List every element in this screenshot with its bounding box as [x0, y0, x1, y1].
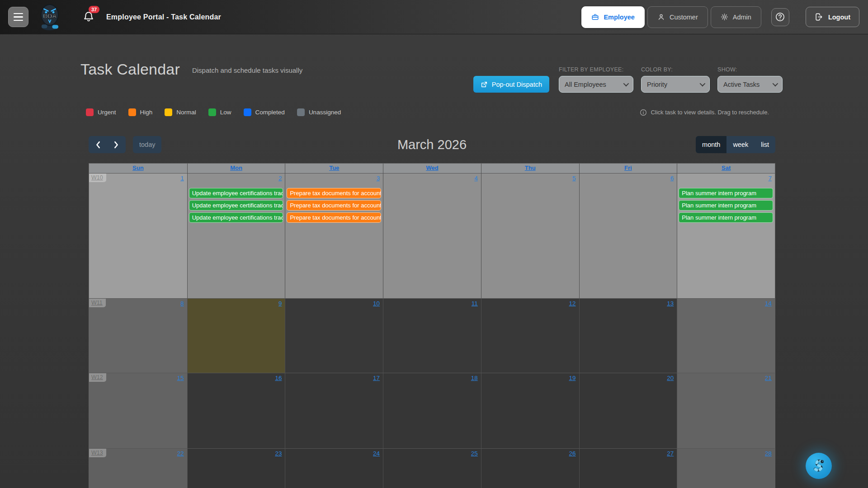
day-header-mon[interactable]: Mon — [187, 164, 285, 173]
popout-dispatch-button[interactable]: Pop-out Dispatch — [473, 76, 549, 93]
day-number-link[interactable]: 20 — [667, 375, 674, 381]
day-cell-11[interactable]: 11 — [383, 298, 481, 373]
filter-select[interactable]: Priority — [641, 76, 710, 93]
day-number-link[interactable]: 24 — [373, 450, 380, 457]
day-number-link[interactable]: 25 — [471, 450, 478, 457]
app-title: Employee Portal - Task Calendar — [106, 13, 221, 21]
day-cell-6[interactable]: 6 — [579, 173, 677, 298]
day-cell-27[interactable]: 27 — [579, 448, 677, 488]
filter-select[interactable]: All Employees — [559, 76, 633, 93]
day-cell-12[interactable]: 12 — [481, 298, 579, 373]
task-chip[interactable]: Update employee certifications tracker — [189, 212, 283, 223]
day-number-link[interactable]: 19 — [569, 375, 576, 381]
day-cell-4[interactable]: 4 — [383, 173, 481, 298]
day-cell-23[interactable]: 23 — [187, 448, 285, 488]
day-cell-28[interactable]: 28 — [677, 448, 775, 488]
legend-item-urgent: Urgent — [86, 108, 116, 116]
day-number-link[interactable]: 21 — [765, 375, 772, 381]
task-chip[interactable]: Update employee certifications tracker — [189, 188, 283, 198]
day-cell-7[interactable]: 7Plan summer intern programPlan summer i… — [677, 173, 775, 298]
today-button[interactable]: today — [133, 136, 161, 153]
day-number-link[interactable]: 4 — [474, 175, 478, 182]
day-number-link[interactable]: 15 — [177, 375, 184, 381]
day-number-link[interactable]: 26 — [569, 450, 576, 457]
view-button-month[interactable]: month — [696, 136, 726, 153]
day-number-link[interactable]: 6 — [670, 175, 674, 182]
day-cell-25[interactable]: 25 — [383, 448, 481, 488]
day-number-link[interactable]: 23 — [275, 450, 282, 457]
day-cell-16[interactable]: 16 — [187, 373, 285, 448]
notifications-bell[interactable]: 37 — [83, 10, 95, 24]
logout-button[interactable]: Logout — [806, 7, 859, 27]
prev-month-button[interactable] — [89, 136, 107, 153]
view-button-week[interactable]: week — [726, 136, 755, 153]
day-number-link[interactable]: 3 — [377, 175, 380, 182]
task-chip[interactable]: Plan summer intern program — [679, 212, 773, 223]
week-number-link[interactable]: W11 — [89, 299, 106, 307]
day-cell-18[interactable]: 18 — [383, 373, 481, 448]
day-number-link[interactable]: 1 — [180, 175, 184, 182]
day-cell-14[interactable]: 14 — [677, 298, 775, 373]
day-number-link[interactable]: 10 — [373, 300, 380, 307]
task-chip[interactable]: Update employee certifications tracker — [189, 200, 283, 211]
task-chip[interactable]: Prepare tax documents for accountant — [287, 188, 381, 198]
legend-label: Normal — [176, 109, 196, 116]
role-button-admin[interactable]: Admin — [711, 6, 761, 28]
task-chip[interactable]: Plan summer intern program — [679, 200, 773, 211]
day-cell-24[interactable]: 24 — [285, 448, 383, 488]
day-number-link[interactable]: 18 — [471, 375, 478, 381]
day-number-link[interactable]: 12 — [569, 300, 576, 307]
day-number-link[interactable]: 27 — [667, 450, 674, 457]
day-number-link[interactable]: 5 — [572, 175, 576, 182]
day-cell-20[interactable]: 20 — [579, 373, 677, 448]
day-header-tue[interactable]: Tue — [285, 164, 383, 173]
usage-hint: Click task to view details. Drag to resc… — [640, 109, 769, 116]
snake-icon — [811, 458, 827, 474]
day-number-link[interactable]: 17 — [373, 375, 380, 381]
day-cell-5[interactable]: 5 — [481, 173, 579, 298]
day-cell-13[interactable]: 13 — [579, 298, 677, 373]
week-number-link[interactable]: W13 — [89, 449, 106, 457]
help-button[interactable] — [771, 8, 789, 26]
day-number-link[interactable]: 14 — [765, 300, 772, 307]
day-cell-1[interactable]: W101 — [89, 173, 187, 298]
chevron-down-icon — [623, 81, 629, 87]
day-number-link[interactable]: 8 — [180, 300, 184, 307]
day-cell-10[interactable]: 10 — [285, 298, 383, 373]
day-header-wed[interactable]: Wed — [383, 164, 481, 173]
day-number-link[interactable]: 2 — [278, 175, 282, 182]
day-header-thu[interactable]: Thu — [481, 164, 579, 173]
day-number-link[interactable]: 28 — [765, 450, 772, 457]
day-number-link[interactable]: 11 — [472, 300, 478, 307]
role-button-employee[interactable]: Employee — [581, 6, 645, 28]
role-button-customer[interactable]: Customer — [647, 6, 708, 28]
day-cell-26[interactable]: 26 — [481, 448, 579, 488]
day-header-fri[interactable]: Fri — [579, 164, 677, 173]
chat-assistant-button[interactable] — [806, 453, 832, 479]
day-cell-22[interactable]: W1322 — [89, 448, 187, 488]
day-cell-3[interactable]: 3Prepare tax documents for accountantPre… — [285, 173, 383, 298]
view-button-list[interactable]: list — [755, 136, 775, 153]
next-month-button[interactable] — [107, 136, 126, 153]
week-number-link[interactable]: W12 — [89, 373, 106, 382]
day-cell-21[interactable]: 21 — [677, 373, 775, 448]
day-cell-15[interactable]: W1215 — [89, 373, 187, 448]
menu-button[interactable] — [8, 7, 28, 27]
task-chip[interactable]: Prepare tax documents for accountant — [287, 212, 381, 223]
filter-select[interactable]: Active Tasks — [717, 76, 783, 93]
day-cell-2[interactable]: 2Update employee certifications trackerU… — [187, 173, 285, 298]
day-cell-19[interactable]: 19 — [481, 373, 579, 448]
day-number-link[interactable]: 16 — [275, 375, 282, 381]
day-number-link[interactable]: 13 — [667, 300, 674, 307]
task-chip[interactable]: Prepare tax documents for accountant — [287, 200, 381, 211]
day-header-sat[interactable]: Sat — [677, 164, 775, 173]
day-cell-17[interactable]: 17 — [285, 373, 383, 448]
week-number-link[interactable]: W10 — [89, 174, 106, 182]
day-cell-8[interactable]: W118 — [89, 298, 187, 373]
day-number-link[interactable]: 22 — [177, 450, 184, 457]
day-cell-9[interactable]: 9 — [187, 298, 285, 373]
day-number-link[interactable]: 9 — [278, 300, 282, 307]
task-chip[interactable]: Plan summer intern program — [679, 188, 773, 198]
day-header-sun[interactable]: Sun — [89, 164, 187, 173]
day-number-link[interactable]: 7 — [768, 175, 772, 182]
